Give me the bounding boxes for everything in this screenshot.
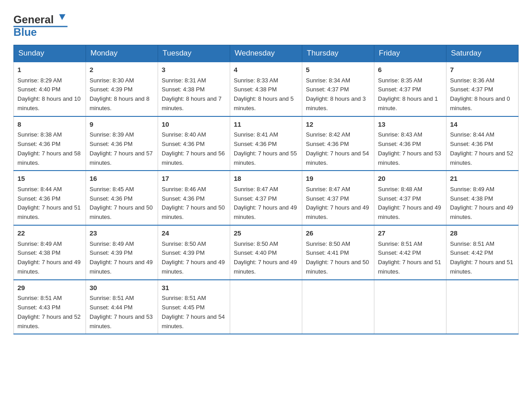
day-info: Sunrise: 8:40 AMSunset: 4:36 PMDaylight:…	[162, 130, 226, 167]
day-cell: 8Sunrise: 8:38 AMSunset: 4:36 PMDaylight…	[14, 116, 86, 171]
day-number: 1	[17, 65, 82, 75]
day-number: 7	[450, 65, 515, 75]
day-info: Sunrise: 8:33 AMSunset: 4:38 PMDaylight:…	[234, 76, 298, 113]
header: General Blue	[13, 9, 519, 40]
day-cell: 17Sunrise: 8:46 AMSunset: 4:36 PMDayligh…	[158, 171, 230, 225]
day-info: Sunrise: 8:51 AMSunset: 4:44 PMDaylight:…	[90, 294, 154, 331]
day-info: Sunrise: 8:39 AMSunset: 4:36 PMDaylight:…	[90, 130, 154, 167]
day-cell: 11Sunrise: 8:41 AMSunset: 4:36 PMDayligh…	[230, 116, 302, 171]
day-cell: 7Sunrise: 8:36 AMSunset: 4:37 PMDaylight…	[446, 62, 519, 116]
day-cell: 20Sunrise: 8:48 AMSunset: 4:37 PMDayligh…	[374, 171, 446, 225]
day-number: 27	[378, 228, 442, 239]
day-cell	[302, 280, 374, 334]
day-info: Sunrise: 8:47 AMSunset: 4:37 PMDaylight:…	[234, 185, 298, 222]
day-info: Sunrise: 8:51 AMSunset: 4:45 PMDaylight:…	[162, 294, 226, 331]
day-number: 28	[450, 228, 515, 239]
day-cell: 4Sunrise: 8:33 AMSunset: 4:38 PMDaylight…	[230, 62, 302, 116]
day-cell: 24Sunrise: 8:50 AMSunset: 4:39 PMDayligh…	[158, 225, 230, 280]
day-number: 18	[234, 174, 298, 184]
day-info: Sunrise: 8:30 AMSunset: 4:39 PMDaylight:…	[90, 76, 154, 113]
day-number: 4	[234, 65, 298, 75]
day-cell: 5Sunrise: 8:34 AMSunset: 4:37 PMDaylight…	[302, 62, 374, 116]
week-row-2: 8Sunrise: 8:38 AMSunset: 4:36 PMDaylight…	[14, 116, 519, 171]
day-cell: 25Sunrise: 8:50 AMSunset: 4:40 PMDayligh…	[230, 225, 302, 280]
day-info: Sunrise: 8:36 AMSunset: 4:37 PMDaylight:…	[450, 76, 515, 113]
day-cell: 3Sunrise: 8:31 AMSunset: 4:38 PMDaylight…	[158, 62, 230, 116]
week-row-1: 1Sunrise: 8:29 AMSunset: 4:40 PMDaylight…	[14, 62, 519, 116]
logo-svg: General Blue	[13, 9, 72, 40]
logo: General Blue	[13, 9, 72, 40]
day-cell: 14Sunrise: 8:44 AMSunset: 4:36 PMDayligh…	[446, 116, 519, 171]
day-info: Sunrise: 8:38 AMSunset: 4:36 PMDaylight:…	[17, 130, 82, 167]
day-info: Sunrise: 8:49 AMSunset: 4:39 PMDaylight:…	[90, 240, 154, 277]
svg-marker-1	[59, 14, 65, 20]
day-number: 16	[90, 174, 154, 184]
day-cell: 1Sunrise: 8:29 AMSunset: 4:40 PMDaylight…	[14, 62, 86, 116]
day-number: 25	[234, 228, 298, 239]
day-number: 19	[306, 174, 370, 184]
day-info: Sunrise: 8:45 AMSunset: 4:36 PMDaylight:…	[90, 185, 154, 222]
day-number: 20	[378, 174, 442, 184]
day-number: 21	[450, 174, 515, 184]
day-cell: 19Sunrise: 8:47 AMSunset: 4:37 PMDayligh…	[302, 171, 374, 225]
day-cell: 30Sunrise: 8:51 AMSunset: 4:44 PMDayligh…	[86, 280, 158, 334]
day-info: Sunrise: 8:47 AMSunset: 4:37 PMDaylight:…	[306, 185, 370, 222]
day-number: 10	[162, 120, 226, 130]
day-number: 31	[162, 283, 226, 293]
day-info: Sunrise: 8:41 AMSunset: 4:36 PMDaylight:…	[234, 130, 298, 167]
day-number: 26	[306, 228, 370, 239]
day-header-tuesday: Tuesday	[158, 45, 230, 62]
svg-text:General: General	[13, 13, 54, 26]
day-number: 22	[17, 228, 82, 239]
day-cell: 18Sunrise: 8:47 AMSunset: 4:37 PMDayligh…	[230, 171, 302, 225]
day-cell: 12Sunrise: 8:42 AMSunset: 4:36 PMDayligh…	[302, 116, 374, 171]
day-cell: 26Sunrise: 8:50 AMSunset: 4:41 PMDayligh…	[302, 225, 374, 280]
day-cell: 10Sunrise: 8:40 AMSunset: 4:36 PMDayligh…	[158, 116, 230, 171]
day-cell: 28Sunrise: 8:51 AMSunset: 4:42 PMDayligh…	[446, 225, 519, 280]
day-number: 29	[17, 283, 82, 293]
day-number: 9	[90, 120, 154, 130]
day-header-friday: Friday	[374, 45, 446, 62]
day-info: Sunrise: 8:51 AMSunset: 4:42 PMDaylight:…	[450, 240, 515, 277]
day-cell: 29Sunrise: 8:51 AMSunset: 4:43 PMDayligh…	[14, 280, 86, 334]
day-header-wednesday: Wednesday	[230, 45, 302, 62]
day-cell: 16Sunrise: 8:45 AMSunset: 4:36 PMDayligh…	[86, 171, 158, 225]
day-number: 11	[234, 120, 298, 130]
day-number: 5	[306, 65, 370, 75]
day-info: Sunrise: 8:34 AMSunset: 4:37 PMDaylight:…	[306, 76, 370, 113]
day-cell	[230, 280, 302, 334]
svg-text:Blue: Blue	[13, 26, 37, 38]
day-number: 17	[162, 174, 226, 184]
day-cell: 15Sunrise: 8:44 AMSunset: 4:36 PMDayligh…	[14, 171, 86, 225]
day-info: Sunrise: 8:51 AMSunset: 4:42 PMDaylight:…	[378, 240, 442, 277]
page: General Blue SundayMondayTuesdayWednesda…	[0, 0, 532, 411]
day-number: 30	[90, 283, 154, 293]
day-info: Sunrise: 8:44 AMSunset: 4:36 PMDaylight:…	[450, 130, 515, 167]
day-header-sunday: Sunday	[14, 45, 86, 62]
day-cell: 21Sunrise: 8:49 AMSunset: 4:38 PMDayligh…	[446, 171, 519, 225]
week-row-4: 22Sunrise: 8:49 AMSunset: 4:38 PMDayligh…	[14, 225, 519, 280]
week-row-3: 15Sunrise: 8:44 AMSunset: 4:36 PMDayligh…	[14, 171, 519, 225]
day-number: 24	[162, 228, 226, 239]
day-number: 3	[162, 65, 226, 75]
day-info: Sunrise: 8:49 AMSunset: 4:38 PMDaylight:…	[17, 240, 82, 277]
day-number: 12	[306, 120, 370, 130]
day-info: Sunrise: 8:31 AMSunset: 4:38 PMDaylight:…	[162, 76, 226, 113]
day-info: Sunrise: 8:51 AMSunset: 4:43 PMDaylight:…	[17, 294, 82, 331]
day-number: 6	[378, 65, 442, 75]
day-cell	[446, 280, 519, 334]
day-number: 8	[17, 120, 82, 130]
week-row-5: 29Sunrise: 8:51 AMSunset: 4:43 PMDayligh…	[14, 280, 519, 334]
day-number: 2	[90, 65, 154, 75]
day-cell: 2Sunrise: 8:30 AMSunset: 4:39 PMDaylight…	[86, 62, 158, 116]
day-cell: 6Sunrise: 8:35 AMSunset: 4:37 PMDaylight…	[374, 62, 446, 116]
day-info: Sunrise: 8:50 AMSunset: 4:39 PMDaylight:…	[162, 240, 226, 277]
calendar-table: SundayMondayTuesdayWednesdayThursdayFrid…	[13, 45, 519, 334]
day-info: Sunrise: 8:48 AMSunset: 4:37 PMDaylight:…	[378, 185, 442, 222]
day-cell: 23Sunrise: 8:49 AMSunset: 4:39 PMDayligh…	[86, 225, 158, 280]
day-info: Sunrise: 8:42 AMSunset: 4:36 PMDaylight:…	[306, 130, 370, 167]
day-info: Sunrise: 8:35 AMSunset: 4:37 PMDaylight:…	[378, 76, 442, 113]
day-number: 23	[90, 228, 154, 239]
day-info: Sunrise: 8:50 AMSunset: 4:41 PMDaylight:…	[306, 240, 370, 277]
day-info: Sunrise: 8:50 AMSunset: 4:40 PMDaylight:…	[234, 240, 298, 277]
